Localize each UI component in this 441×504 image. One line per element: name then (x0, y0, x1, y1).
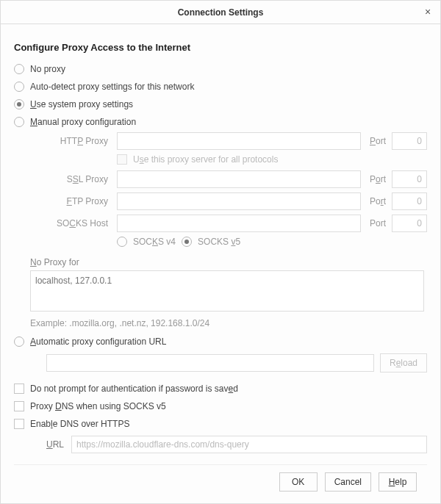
auto-config-url-row: Reload (46, 353, 427, 372)
dialog-footer: OK Cancel Help (14, 464, 427, 499)
no-proxy-for-label: No Proxy for (30, 257, 427, 267)
section-title: Configure Proxy Access to the Internet (14, 42, 427, 53)
radio-manual-proxy[interactable]: Manual proxy configuration (14, 113, 427, 131)
ssl-proxy-input[interactable] (117, 170, 361, 188)
radio-label: Auto-detect proxy settings for this netw… (30, 82, 194, 92)
help-button[interactable]: Help (379, 472, 417, 492)
no-proxy-for-input[interactable] (30, 270, 424, 312)
ssl-proxy-label: SSL Proxy (46, 174, 112, 184)
radio-use-system-proxy[interactable]: Use system proxy settings (14, 96, 427, 113)
socks-port-label: Port (365, 218, 387, 228)
radio-label: No proxy (30, 64, 65, 74)
cancel-button[interactable]: Cancel (325, 472, 371, 492)
reload-button[interactable]: Reload (380, 353, 427, 372)
ok-button[interactable]: OK (279, 472, 318, 492)
socks-host-input[interactable] (117, 215, 361, 232)
radio-icon (14, 336, 24, 347)
radio-icon (14, 64, 24, 74)
checkbox-label: Proxy DNS when using SOCKS v5 (30, 401, 166, 411)
ftp-proxy-label: FTP Proxy (46, 196, 112, 206)
ssl-port-input[interactable] (392, 170, 427, 188)
manual-proxy-fields-rest: SSL Proxy Port FTP Proxy Port SOCKS Host… (46, 170, 427, 232)
use-for-all-protocols[interactable]: Use this proxy server for all protocols (117, 154, 427, 165)
radio-auto-detect[interactable]: Auto-detect proxy settings for this netw… (14, 78, 427, 96)
auto-config-url-input[interactable] (46, 354, 374, 372)
close-icon[interactable]: × (421, 5, 434, 18)
checkbox-label: Use this proxy server for all protocols (133, 154, 278, 165)
dialog-title: Connection Settings (178, 7, 264, 18)
ssl-port-label: Port (365, 174, 387, 184)
checkbox-icon (14, 419, 24, 429)
check-enable-doh[interactable]: Enable DNS over HTTPS (14, 415, 427, 433)
ftp-port-input[interactable] (392, 192, 427, 210)
radio-socks-v5[interactable] (182, 237, 192, 247)
doh-url-label: URL (46, 439, 65, 450)
http-port-label: Port (365, 136, 387, 146)
radio-label: Use system proxy settings (30, 99, 133, 109)
checkbox-label: Enable DNS over HTTPS (30, 419, 129, 429)
radio-socks-v4[interactable] (117, 237, 127, 247)
radio-label: Manual proxy configuration (30, 117, 136, 127)
ftp-proxy-input[interactable] (117, 192, 361, 210)
checkbox-icon (14, 384, 24, 394)
socks-port-input[interactable] (392, 215, 427, 232)
socks-version-radios: SOCKS v4 SOCKS v5 (117, 237, 427, 247)
check-no-auth-prompt[interactable]: Do not prompt for authentication if pass… (14, 380, 427, 397)
http-proxy-input[interactable] (117, 132, 361, 150)
radio-icon (14, 82, 24, 92)
doh-url-input[interactable] (71, 436, 427, 453)
manual-proxy-fields: HTTP Proxy Port (46, 132, 427, 150)
http-proxy-label: HTTP Proxy (46, 136, 112, 146)
http-port-input[interactable] (392, 132, 427, 150)
radio-no-proxy[interactable]: No proxy (14, 60, 427, 78)
no-proxy-for-wrap (30, 270, 424, 314)
radio-icon (14, 117, 24, 127)
socks-host-label: SOCKS Host (46, 218, 112, 228)
radio-icon (14, 99, 24, 109)
radio-label: Automatic proxy configuration URL (30, 336, 166, 347)
content-area: Configure Proxy Access to the Internet N… (1, 24, 440, 503)
socks-v4-label: SOCKS v4 (133, 237, 176, 247)
connection-settings-dialog: Connection Settings × Configure Proxy Ac… (0, 0, 441, 504)
titlebar: Connection Settings × (1, 1, 440, 24)
checkbox-icon (14, 401, 24, 411)
check-proxy-dns-socks5[interactable]: Proxy DNS when using SOCKS v5 (14, 397, 427, 415)
checkbox-icon (117, 154, 127, 165)
doh-url-row: URL (46, 436, 427, 453)
checkbox-label: Do not prompt for authentication if pass… (30, 384, 238, 394)
radio-auto-config-url[interactable]: Automatic proxy configuration URL (14, 333, 427, 350)
ftp-port-label: Port (365, 196, 387, 206)
no-proxy-example: Example: .mozilla.org, .net.nz, 192.168.… (30, 318, 427, 328)
socks-v5-label: SOCKS v5 (198, 237, 240, 247)
